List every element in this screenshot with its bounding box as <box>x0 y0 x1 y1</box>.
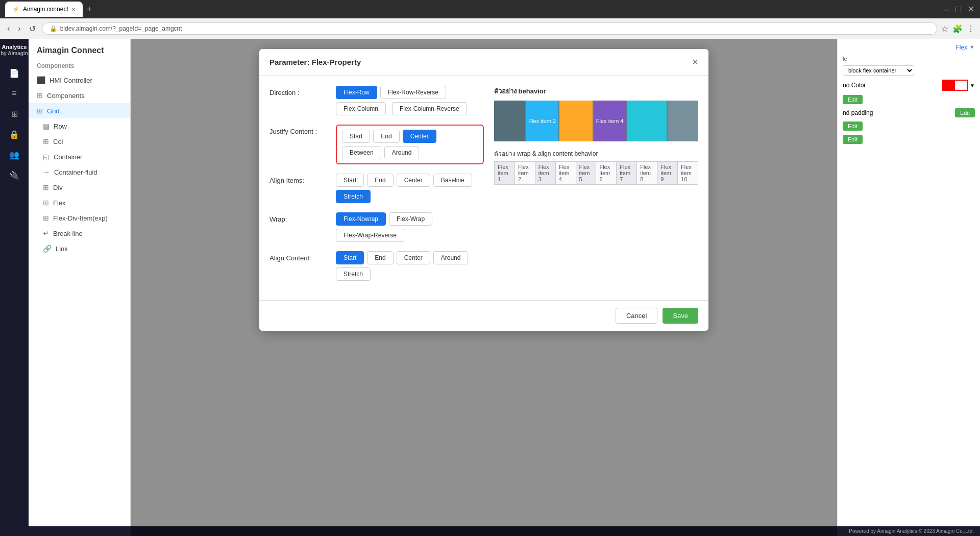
padding-label: nd padding <box>843 109 873 116</box>
align-content-row: Align Content: Start End Center Around S… <box>270 251 484 281</box>
align-items-baseline-button[interactable]: Baseline <box>433 174 472 187</box>
lock-icon[interactable]: 🔒 <box>4 125 24 143</box>
page-title: Aimagin Connect <box>29 39 130 59</box>
flex-link[interactable]: Flex <box>955 44 967 51</box>
align-items-end-button[interactable]: End <box>367 174 393 187</box>
align-items-center-button[interactable]: Center <box>397 174 430 187</box>
components-section-title: Components <box>29 59 130 72</box>
sidebar-item-grid[interactable]: ⊞ Grid <box>29 103 130 118</box>
align-content-around-button[interactable]: Around <box>433 251 469 264</box>
col-icon: ⊞ <box>43 137 49 145</box>
sidebar-item-components[interactable]: ⊞ Components <box>29 88 130 103</box>
direction-flex-column-reverse-button[interactable]: Flex-Column-Reverse <box>392 102 467 115</box>
bookmark-icon[interactable]: ☆ <box>941 24 948 34</box>
align-content-stretch-button[interactable]: Stretch <box>336 267 371 281</box>
address-bar[interactable]: 🔒 bidev.aimagin.com/?_pageId=_page_amgcn… <box>42 22 937 35</box>
table-cell: Flexitem3 <box>535 162 555 185</box>
sidebar-item-link[interactable]: 🔗 Link <box>29 241 130 256</box>
align-content-end-button[interactable]: End <box>367 251 393 264</box>
color-swatch[interactable] <box>942 80 968 91</box>
bars-icon[interactable]: ≡ <box>4 84 24 103</box>
sidebar-item-col[interactable]: ⊞ Col <box>29 134 130 149</box>
justify-around-button[interactable]: Around <box>384 146 420 159</box>
padding-row: nd padding Edit <box>843 108 975 117</box>
cancel-button[interactable]: Cancel <box>616 308 657 324</box>
wrap-label: Wrap: <box>270 212 336 223</box>
edit-button-3[interactable]: Edit <box>843 121 863 131</box>
flex-property-modal: Parameter: Flex-Property × Direction : F… <box>259 49 708 331</box>
sidebar-item-hmi-controller[interactable]: ⬛ HMI Controller <box>29 72 130 88</box>
flex-item-2-label: Flex item 2 <box>528 118 556 124</box>
justify-center-button[interactable]: Center <box>403 130 436 143</box>
break-line-icon: ↵ <box>43 229 49 237</box>
edit-button-1[interactable]: Edit <box>843 95 863 104</box>
justify-content-controls: Start End Center Between Around <box>342 130 478 159</box>
page-icon[interactable]: 📄 <box>4 64 24 82</box>
table-cell: Flexitem8 <box>637 162 657 185</box>
minimize-button[interactable]: – <box>944 4 949 15</box>
sidebar-item-container[interactable]: ◱ Container <box>29 149 130 164</box>
justify-content-label: Justify Content : <box>270 125 336 135</box>
forward-button[interactable]: › <box>16 22 22 35</box>
align-items-controls: Start End Center Baseline Stretch <box>336 174 484 203</box>
align-content-start-button[interactable]: Start <box>336 251 364 264</box>
justify-end-button[interactable]: End <box>373 130 399 143</box>
plugin-icon[interactable]: 🔌 <box>4 166 24 184</box>
flex-div-icon: ⊞ <box>43 214 49 222</box>
color-dropdown-arrow[interactable]: ▼ <box>970 83 975 88</box>
grid-icon[interactable]: ⊞ <box>4 105 24 123</box>
sidebar-item-container-fluid[interactable]: ↔ Container-fluid <box>29 164 130 180</box>
right-panel: Flex ▼ le block flex container no Color … <box>837 39 980 536</box>
align-items-start-button[interactable]: Start <box>336 174 364 187</box>
browser-chrome: ⚡ Aimagin connect ✕ + – □ ✕ <box>0 0 980 18</box>
extensions-icon[interactable]: 🧩 <box>952 24 963 34</box>
users-icon[interactable]: 👥 <box>4 145 24 164</box>
new-tab-button[interactable]: + <box>87 4 92 15</box>
align-content-controls: Start End Center Around Stretch <box>336 251 484 281</box>
back-button[interactable]: ‹ <box>5 22 12 35</box>
table-cell: Flexitem4 <box>555 162 576 185</box>
link-icon: 🔗 <box>43 245 52 253</box>
align-items-stretch-button[interactable]: Stretch <box>336 190 371 203</box>
sidebar-item-flex[interactable]: ⊞ Flex <box>29 195 130 210</box>
browser-tab[interactable]: ⚡ Aimagin connect ✕ <box>5 2 83 17</box>
browser-nav: ‹ › ↺ 🔒 bidev.aimagin.com/?_pageId=_page… <box>0 18 980 39</box>
maximize-button[interactable]: □ <box>955 4 961 15</box>
edit-button-2[interactable]: Edit <box>955 108 975 117</box>
tab-close-button[interactable]: ✕ <box>71 7 76 12</box>
sidebar-item-label-container-fluid: Container-fluid <box>54 168 97 176</box>
menu-icon[interactable]: ⋮ <box>967 24 975 34</box>
wrap-nowrap-button[interactable]: Flex-Nowrap <box>336 212 386 226</box>
sidebar-item-flex-div[interactable]: ⊞ Flex-Div-Item(exp) <box>29 210 130 226</box>
direction-flex-column-button[interactable]: Flex-Column <box>336 102 386 115</box>
property-dropdown[interactable]: block flex container <box>843 65 914 76</box>
wrap-title-text: ตัวอย่าง wrap & align content behavior <box>494 150 598 157</box>
window-close-button[interactable]: ✕ <box>967 4 975 15</box>
url-text: bidev.aimagin.com/?_pageId=_page_amgcnt <box>60 25 182 32</box>
sidebar-item-label-grid: Grid <box>47 107 60 115</box>
direction-flex-row-button[interactable]: Flex-Row <box>336 86 377 99</box>
modal-close-button[interactable]: × <box>692 56 698 68</box>
direction-flex-row-reverse-button[interactable]: Flex-Row-Reverse <box>380 86 446 99</box>
wrap-preview-title: ตัวอย่าง wrap & align content behavior <box>494 149 698 158</box>
refresh-button[interactable]: ↺ <box>27 22 38 36</box>
save-button[interactable]: Save <box>663 308 698 324</box>
table-cell: Flexitem9 <box>657 162 678 185</box>
justify-start-button[interactable]: Start <box>342 130 370 143</box>
app-name-main: Analytics <box>2 44 27 50</box>
sidebar-item-div[interactable]: ⊞ Div <box>29 180 130 195</box>
row-icon: ▤ <box>43 122 50 130</box>
wrap-reverse-button[interactable]: Flex-Wrap-Reverse <box>336 229 404 242</box>
sidebar-item-row[interactable]: ▤ Row <box>29 118 130 134</box>
panel-expand-icon[interactable]: ▼ <box>969 44 975 51</box>
sidebar-item-label-flex: Flex <box>53 199 66 207</box>
align-content-center-button[interactable]: Center <box>397 251 430 264</box>
justify-between-button[interactable]: Between <box>342 146 381 159</box>
sidebar-item-break-line[interactable]: ↵ Break line <box>29 226 130 241</box>
modal-title: Parameter: Flex-Property <box>270 58 361 66</box>
wrap-wrap-button[interactable]: Flex-Wrap <box>389 212 432 226</box>
flex-item-4-label: Flex item 4 <box>596 118 624 124</box>
table-cell: Flexitem7 <box>617 162 637 185</box>
direction-label: Direction : <box>270 86 336 96</box>
edit-button-4[interactable]: Edit <box>843 135 863 144</box>
